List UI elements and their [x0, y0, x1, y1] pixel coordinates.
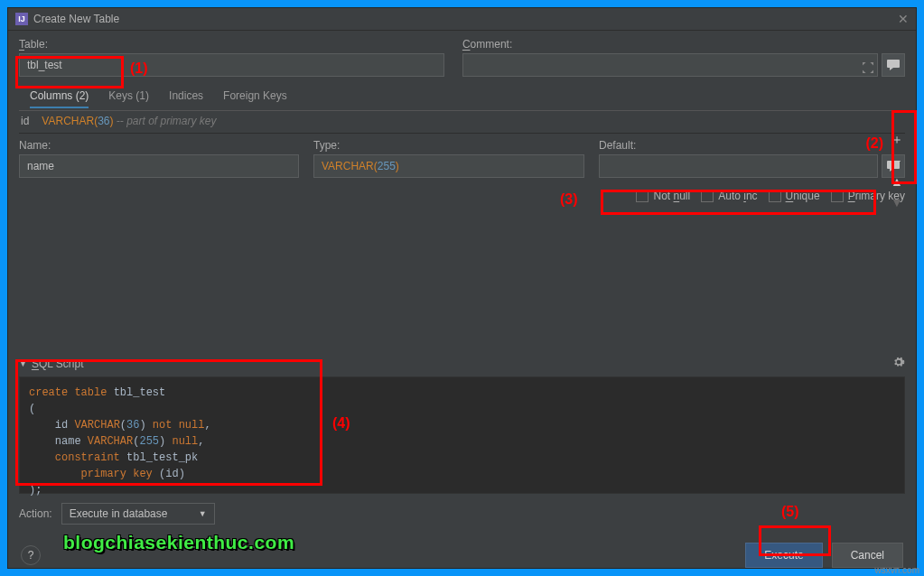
- action-label: Action:: [19, 507, 52, 520]
- annotation-label-4: (4): [332, 415, 350, 432]
- collapse-icon[interactable]: ▼: [19, 359, 27, 368]
- annotation-label-1: (1): [130, 60, 148, 77]
- name-label: Name:: [19, 139, 299, 152]
- action-select[interactable]: Execute in database ▼: [61, 503, 215, 525]
- remove-button[interactable]: −: [887, 151, 907, 171]
- sql-section-label: SQL Script: [32, 358, 84, 370]
- default-input[interactable]: [599, 154, 878, 178]
- check-not-null[interactable]: Not null: [636, 190, 690, 202]
- column-type-input[interactable]: VARCHAR(255): [313, 154, 584, 178]
- tab-indices[interactable]: Indices: [169, 89, 203, 108]
- cancel-button[interactable]: Cancel: [832, 543, 903, 568]
- window-title: Create New Table: [33, 13, 119, 25]
- tab-keys[interactable]: Keys (1): [108, 89, 149, 108]
- tabs: Columns (2) Keys (1) Indices Foreign Key…: [19, 89, 905, 108]
- comment-input[interactable]: [462, 53, 878, 77]
- source-text: wsxvn.com: [875, 565, 919, 575]
- column-name-id: id: [21, 115, 29, 127]
- move-up-button[interactable]: ▲: [887, 172, 907, 191]
- annotation-label-3: (3): [560, 191, 578, 208]
- comment-popup-button[interactable]: [882, 53, 905, 77]
- execute-button[interactable]: Execute: [745, 543, 822, 568]
- content-area: TTable:able: Comment: Columns (2) Keys: [8, 31, 916, 532]
- annotation-label-5: (5): [781, 504, 799, 520]
- default-label: Default:: [599, 139, 905, 152]
- table-field: TTable:able:: [19, 38, 444, 77]
- svg-rect-0: [887, 60, 900, 68]
- comment-label: Comment:: [462, 38, 905, 51]
- sql-section-header[interactable]: ▼ SQL Script: [19, 202, 905, 371]
- add-button[interactable]: ＋: [887, 130, 907, 150]
- column-list-row[interactable]: id VARCHAR(36) -- part of primary key: [19, 110, 905, 134]
- tab-foreign-keys[interactable]: Foreign Keys: [223, 89, 287, 108]
- check-auto-inc[interactable]: Auto inc: [701, 190, 757, 202]
- move-down-button[interactable]: ▼: [887, 192, 907, 212]
- close-icon[interactable]: ✕: [898, 12, 909, 26]
- type-label: Type:: [313, 139, 584, 152]
- comment-field: Comment:: [462, 38, 905, 77]
- dialog-window: IJ Create New Table ✕ TTable:able: Comme…: [7, 7, 917, 569]
- side-toolbar: ＋ − ▲ ▼: [887, 130, 907, 212]
- sql-editor[interactable]: create table tbl_test ( id VARCHAR(36) n…: [19, 376, 905, 494]
- gear-icon[interactable]: [892, 356, 905, 371]
- annotation-label-2: (2): [865, 135, 883, 152]
- column-name-input[interactable]: [19, 154, 299, 178]
- table-label: TTable:able:: [19, 38, 444, 51]
- tab-columns[interactable]: Columns (2): [30, 89, 89, 108]
- app-icon: IJ: [15, 13, 28, 25]
- expand-icon[interactable]: [863, 62, 873, 73]
- table-name-input[interactable]: [19, 53, 444, 77]
- watermark-text: blogchiasekienthuc.com: [63, 532, 294, 553]
- help-button[interactable]: ?: [21, 545, 41, 565]
- titlebar: IJ Create New Table ✕: [8, 8, 916, 31]
- column-type-id: VARCHAR(36) -- part of primary key: [42, 115, 216, 127]
- check-unique[interactable]: Unique: [769, 190, 820, 202]
- checkbox-row: Not null Auto inc Unique Primary key: [599, 190, 905, 202]
